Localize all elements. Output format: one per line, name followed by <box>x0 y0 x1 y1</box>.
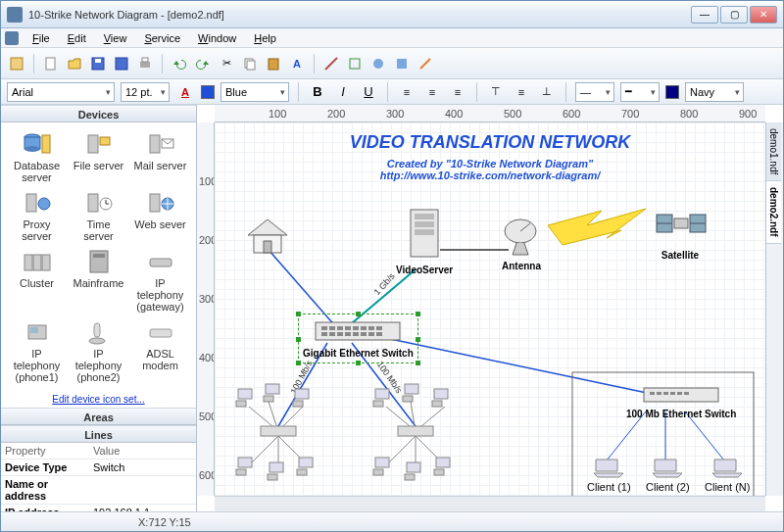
tab-demo1[interactable]: demo1.ndf <box>766 122 781 181</box>
node-pc[interactable] <box>432 456 458 479</box>
valign2-icon[interactable]: ≡ <box>512 82 531 102</box>
device-ip-phone1[interactable]: IP telephony (phone1) <box>7 316 67 385</box>
svg-rect-17 <box>88 135 98 153</box>
node-hub2[interactable] <box>396 424 435 440</box>
node-pc[interactable] <box>266 460 291 484</box>
device-mail-server[interactable]: Mail server <box>130 128 190 185</box>
align-center-icon[interactable]: ≡ <box>422 82 442 102</box>
line-style-combo[interactable]: — <box>575 82 614 102</box>
menu-help[interactable]: Help <box>246 30 284 46</box>
line-width-combo[interactable]: ━ <box>620 82 660 102</box>
tool2-icon[interactable] <box>345 54 365 73</box>
node-pc[interactable] <box>234 456 260 479</box>
align-right-icon[interactable]: ≡ <box>448 82 467 102</box>
node-client2[interactable]: Client (2) <box>646 456 690 493</box>
menu-edit[interactable]: Edit <box>60 30 94 46</box>
diagram-subtitle[interactable]: Created by "10-Strike Network Diagram"ht… <box>380 158 601 181</box>
node-house[interactable] <box>244 216 291 259</box>
copy-icon[interactable] <box>240 54 260 73</box>
device-mainframe[interactable]: Mainframe <box>69 246 128 314</box>
svg-rect-23 <box>88 194 98 212</box>
maximize-button[interactable]: ▢ <box>720 6 748 24</box>
font-color-icon[interactable]: A <box>175 82 195 102</box>
line-color-combo[interactable]: Navy <box>685 82 744 102</box>
device-file-server[interactable]: File server <box>69 128 128 185</box>
minimize-button[interactable]: — <box>691 6 718 24</box>
line-color-swatch[interactable] <box>665 85 679 99</box>
node-pc[interactable] <box>295 456 320 479</box>
close-button[interactable]: ✕ <box>750 6 777 24</box>
node-client1[interactable]: Client (1) <box>587 456 631 493</box>
italic-button[interactable]: I <box>333 82 353 102</box>
align-left-icon[interactable]: ≡ <box>397 82 416 102</box>
valign1-icon[interactable]: ⊤ <box>486 82 506 102</box>
svg-rect-121 <box>663 392 668 395</box>
text-icon[interactable]: A <box>287 54 307 73</box>
svg-rect-75 <box>316 322 400 340</box>
svg-rect-100 <box>238 458 252 467</box>
node-pc[interactable] <box>291 387 317 411</box>
device-ip-gateway[interactable]: IP telephony (gateway) <box>130 246 190 314</box>
devices-header[interactable]: Devices <box>1 105 196 122</box>
menu-file[interactable]: File <box>24 30 58 46</box>
device-ip-phone2[interactable]: IP telephony (phone2) <box>69 316 128 385</box>
node-100mb-switch[interactable]: 100 Mb Ethernet Switch <box>626 385 736 419</box>
tab-demo2[interactable]: demo2.ndf <box>766 181 781 244</box>
device-time-server[interactable]: Time server <box>69 187 128 244</box>
tool3-icon[interactable] <box>368 54 388 73</box>
font-color-swatch[interactable] <box>201 85 215 99</box>
node-videoserver[interactable]: VideoServer <box>396 206 453 275</box>
node-pc[interactable] <box>262 382 287 406</box>
menu-service[interactable]: Service <box>136 30 188 46</box>
device-adsl-modem[interactable]: ADSL modem <box>130 316 190 385</box>
device-web-server[interactable]: Web sever <box>130 187 190 244</box>
node-hub1[interactable] <box>259 424 298 440</box>
redo-icon[interactable] <box>193 54 213 73</box>
device-database-server[interactable]: Database server <box>7 128 67 185</box>
node-pc[interactable] <box>401 382 426 406</box>
prop-row[interactable]: Device TypeSwitch <box>1 459 196 476</box>
valign3-icon[interactable]: ⊥ <box>537 82 557 102</box>
scrollbar-horizontal[interactable] <box>215 496 765 511</box>
open-icon[interactable] <box>65 54 84 73</box>
node-clientn[interactable]: Client (N) <box>705 456 750 493</box>
device-proxy-server[interactable]: Proxy server <box>7 187 67 244</box>
tool1-icon[interactable] <box>321 54 341 73</box>
new-icon[interactable] <box>41 54 61 73</box>
prop-row[interactable]: Name or address <box>1 476 196 505</box>
font-family-combo[interactable]: Arial <box>7 82 115 102</box>
node-pc[interactable] <box>371 456 397 479</box>
node-gigabit-switch[interactable]: Gigabit Ethernet Switch <box>298 314 418 363</box>
node-pc[interactable] <box>234 387 260 411</box>
font-color-combo[interactable]: Blue <box>220 82 289 102</box>
wizard-icon[interactable] <box>7 54 26 73</box>
node-pc[interactable] <box>430 387 456 411</box>
prop-row[interactable]: IP address192.168.1.1 <box>1 505 196 511</box>
saveas-icon[interactable] <box>112 54 131 73</box>
bold-button[interactable]: B <box>308 82 327 102</box>
lines-header[interactable]: Lines <box>1 425 196 443</box>
node-antenna[interactable]: Antenna <box>499 216 544 271</box>
cut-icon[interactable]: ✂ <box>217 54 236 73</box>
tool5-icon[interactable] <box>416 54 435 73</box>
node-satellite[interactable]: Satellite <box>651 201 710 261</box>
diagram-canvas[interactable]: VIDEO TRANSLATION NETWORK Created by "10… <box>215 122 765 496</box>
font-size-combo[interactable]: 12 pt. <box>121 82 170 102</box>
menu-window[interactable]: Window <box>190 30 244 46</box>
node-pc[interactable] <box>371 387 397 411</box>
paste-icon[interactable] <box>264 54 283 73</box>
device-cluster[interactable]: Cluster <box>7 246 67 314</box>
svg-rect-9 <box>269 59 278 70</box>
edit-icon-set-link[interactable]: Edit device icon set... <box>1 391 196 408</box>
svg-rect-86 <box>337 332 343 336</box>
tool4-icon[interactable] <box>392 54 412 73</box>
print-icon[interactable] <box>135 54 155 73</box>
node-pc[interactable] <box>403 460 428 484</box>
underline-button[interactable]: U <box>359 82 378 102</box>
areas-header[interactable]: Areas <box>1 408 196 425</box>
save-icon[interactable] <box>88 54 108 73</box>
diagram-title[interactable]: VIDEO TRANSLATION NETWORK <box>350 132 631 153</box>
menu-view[interactable]: View <box>96 30 135 46</box>
undo-icon[interactable] <box>170 54 189 73</box>
document-tabs: demo1.ndf demo2.ndf <box>765 122 783 496</box>
